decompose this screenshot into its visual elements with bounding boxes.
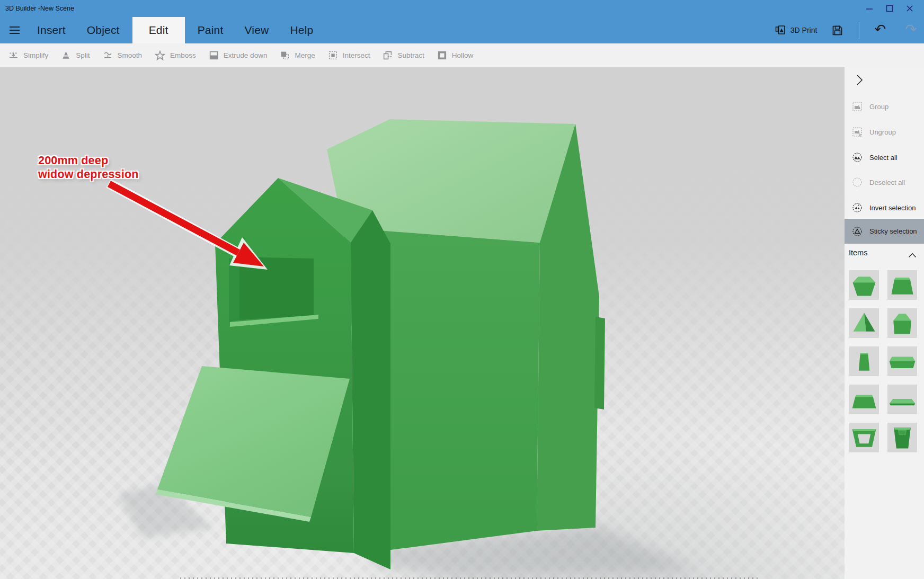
3d-builder-window: 3D Builder -New Scene Insert Object Edit… [0, 0, 924, 579]
menu-bar: Insert Object Edit Paint View Help 3D Pr… [0, 17, 924, 43]
item-thumbnail-open-box[interactable] [887, 423, 917, 452]
menu-item-insert[interactable]: Insert [31, 17, 72, 43]
item-thumbnail-narrow-box[interactable] [849, 346, 879, 376]
redo-icon[interactable]: ↷ [905, 22, 917, 36]
deselect-all-button[interactable]: Deselect all [845, 170, 924, 195]
selection-panel: Group Ungroup Select all Deselect all [845, 67, 924, 579]
ungroup-icon [852, 127, 863, 137]
item-thumbnail-hexagonal-block[interactable] [849, 270, 879, 300]
arrow-shaft [109, 184, 238, 253]
quick-actions: 3D Print ↶ ↷ [775, 17, 917, 43]
subtract-button[interactable]: Subtract [383, 50, 424, 60]
smooth-button[interactable]: Smooth [103, 50, 143, 60]
minimize-button[interactable] [859, 0, 879, 17]
select-all-icon [852, 152, 863, 163]
smooth-icon [103, 50, 113, 60]
menu-item-paint[interactable]: Paint [191, 17, 230, 43]
menu-item-object[interactable]: Object [81, 17, 126, 43]
menu-item-help[interactable]: Help [283, 17, 319, 43]
items-grid [849, 270, 917, 452]
emboss-button[interactable]: Emboss [155, 50, 196, 61]
items-collapse-button[interactable] [908, 251, 917, 260]
sticky-selection-icon [852, 226, 863, 237]
minimize-icon [866, 5, 873, 12]
invert-selection-icon [852, 202, 863, 213]
items-title: Items [849, 248, 867, 257]
intersect-icon [328, 50, 338, 60]
merge-icon [280, 50, 290, 60]
menu-item-view[interactable]: View [238, 17, 276, 43]
item-thumbnail-flat-slab[interactable] [887, 346, 917, 376]
hollow-icon [437, 50, 447, 60]
item-thumbnail-trapezoid-block[interactable] [887, 270, 917, 300]
3d-print-label[interactable]: 3D Print [790, 26, 818, 34]
item-thumbnail-wide-trapezoid-block[interactable] [849, 385, 879, 414]
close-icon [906, 5, 913, 12]
big-house-side-stub [594, 317, 605, 409]
group-icon [852, 101, 863, 112]
save-icon[interactable] [832, 25, 843, 36]
select-all-button[interactable]: Select all [845, 145, 924, 170]
extrude-down-button[interactable]: Extrude down [209, 50, 268, 60]
small-house-right-wall [351, 210, 390, 569]
menu-item-edit[interactable]: Edit [132, 17, 185, 43]
hamburger-menu-button[interactable] [2, 17, 26, 43]
window-title: 3D Builder -New Scene [5, 0, 74, 17]
extrude-down-icon [209, 50, 219, 60]
subtract-icon [383, 50, 393, 60]
group-button[interactable]: Group [845, 94, 924, 119]
split-icon [61, 50, 71, 60]
3d-viewport[interactable]: 200mm deep widow depression [0, 67, 845, 579]
item-thumbnail-trapezoid-frame[interactable] [849, 423, 879, 452]
close-button[interactable] [900, 0, 920, 17]
simplify-button[interactable]: Simplify [8, 50, 48, 60]
toolbar-divider [859, 22, 859, 39]
annotation-line-2: widow depression [38, 167, 139, 181]
chevron-up-icon [908, 253, 917, 258]
annotation-text: 200mm deep widow depression [38, 154, 139, 181]
items-section-header: Items [845, 247, 924, 261]
simplify-icon [8, 50, 19, 60]
intersect-button[interactable]: Intersect [328, 50, 370, 60]
annotation-line-1: 200mm deep [38, 154, 139, 167]
undo-icon[interactable]: ↶ [874, 22, 886, 36]
merge-button[interactable]: Merge [280, 50, 315, 60]
3d-print-icon[interactable] [775, 24, 786, 36]
item-thumbnail-corner-wedge[interactable] [849, 308, 879, 338]
title-bar: 3D Builder -New Scene [0, 0, 924, 17]
ungroup-button[interactable]: Ungroup [845, 119, 924, 145]
split-button[interactable]: Split [61, 50, 90, 60]
maximize-icon [886, 5, 893, 12]
deselect-all-icon [852, 177, 863, 188]
hollow-button[interactable]: Hollow [437, 50, 474, 60]
item-thumbnail-house-block[interactable] [887, 308, 917, 338]
scene-model [0, 67, 845, 579]
invert-selection-button[interactable]: Invert selection [845, 195, 924, 220]
panel-collapse-button[interactable] [852, 73, 867, 87]
item-thumbnail-flat-plate[interactable] [887, 385, 917, 414]
window-depression-side [229, 257, 239, 322]
emboss-icon [155, 50, 165, 61]
chevron-right-icon [856, 74, 863, 86]
sticky-selection-button[interactable]: Sticky selection [845, 219, 924, 244]
maximize-button[interactable] [879, 0, 900, 17]
edit-toolbar: Simplify Split Smooth Emboss [0, 43, 924, 67]
window-controls [859, 0, 920, 17]
